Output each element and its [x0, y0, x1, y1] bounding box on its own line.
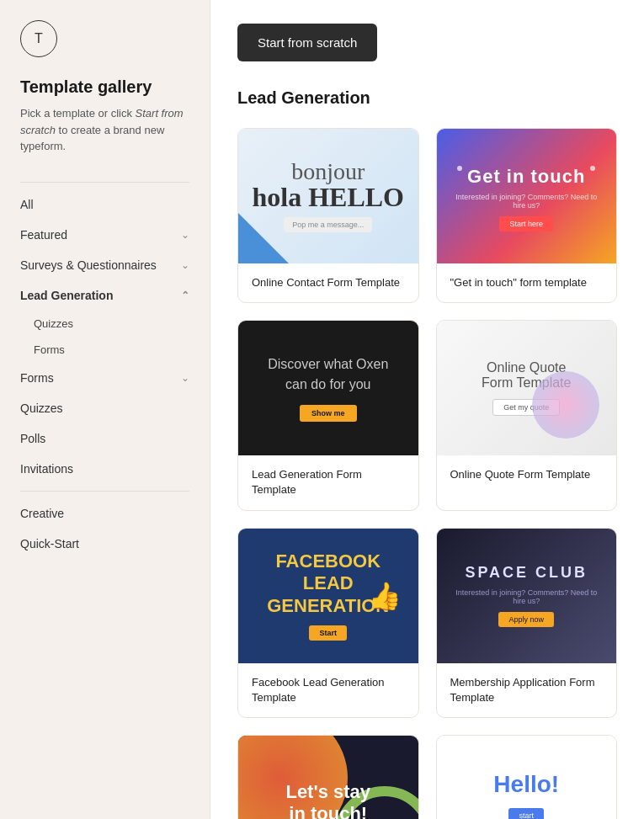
sidebar: T Template gallery Pick a template or cl… [0, 0, 210, 819]
main-content: Start from scratch Lead Generation bonjo… [210, 0, 644, 819]
sidebar-item-quizzes-sub[interactable]: Quizzes [0, 311, 210, 337]
start-from-scratch-button[interactable]: Start from scratch [237, 24, 377, 61]
chevron-down-icon: ⌄ [181, 259, 189, 271]
template-thumbnail-contact: bonjour hola HELLO Pop me a message... [238, 129, 418, 263]
sidebar-item-featured[interactable]: Featured ⌄ [0, 220, 210, 250]
template-card-membership[interactable]: Space Club Interested in joining? Commen… [436, 528, 618, 718]
template-thumbnail-stay-in-touch: Let's stayin touch! Start here [238, 736, 418, 819]
template-card-online-contact[interactable]: bonjour hola HELLO Pop me a message... O… [237, 128, 419, 303]
template-label-membership: Membership Application Form Template [437, 663, 617, 717]
sidebar-item-all[interactable]: All [0, 189, 210, 220]
template-thumbnail-facebook: FacebookLeadGeneration 👍 Start [238, 529, 418, 663]
sidebar-title: Template gallery [0, 77, 210, 97]
template-card-hello[interactable]: Hello! start Jane Foster Hello Form Temp… [436, 735, 618, 819]
template-card-lead-gen[interactable]: Discover what Oxencan do for you Show me… [237, 320, 419, 510]
template-grid: bonjour hola HELLO Pop me a message... O… [237, 128, 617, 819]
sidebar-item-invitations[interactable]: Invitations [0, 454, 210, 484]
sidebar-item-forms[interactable]: Forms ⌄ [0, 363, 210, 393]
template-thumbnail-membership: Space Club Interested in joining? Commen… [437, 529, 617, 663]
sidebar-item-quizzes[interactable]: Quizzes [0, 393, 210, 423]
chevron-down-icon: ⌄ [181, 229, 189, 241]
sidebar-item-surveys[interactable]: Surveys & Questionnaires ⌄ [0, 250, 210, 280]
template-card-stay-in-touch[interactable]: Let's stayin touch! Start here Stay in T… [237, 735, 419, 819]
nav-divider-2 [20, 491, 189, 492]
template-card-get-in-touch[interactable]: Get in touch Interested in joining? Comm… [436, 128, 618, 303]
sidebar-item-polls[interactable]: Polls [0, 423, 210, 454]
thumbs-up-icon: 👍 [368, 580, 402, 612]
avatar[interactable]: T [20, 20, 57, 57]
template-label-lead-gen: Lead Generation Form Template [238, 455, 418, 509]
chevron-down-icon: ⌄ [181, 372, 189, 384]
template-label-get-in-touch: "Get in touch" form template [437, 263, 617, 302]
template-thumbnail-get-in-touch: Get in touch Interested in joining? Comm… [437, 129, 617, 263]
sidebar-item-lead-generation[interactable]: Lead Generation ⌃ [0, 280, 210, 311]
sidebar-item-forms-sub[interactable]: Forms [0, 337, 210, 363]
sidebar-item-creative[interactable]: Creative [0, 498, 210, 529]
template-card-online-quote[interactable]: Online QuoteForm Template Get my quote O… [436, 320, 618, 510]
sidebar-description: Pick a template or click Start from scra… [0, 105, 210, 155]
chevron-up-icon: ⌃ [181, 290, 189, 301]
template-thumbnail-hello: Hello! start Jane Foster [437, 736, 617, 819]
template-label-online-quote: Online Quote Form Template [437, 455, 617, 494]
blob-decoration [532, 371, 599, 439]
template-label-facebook-lead: Facebook Lead Generation Template [238, 663, 418, 717]
template-label-online-contact: Online Contact Form Template [238, 263, 418, 302]
sidebar-item-quick-start[interactable]: Quick-Start [0, 529, 210, 559]
triangle-decoration [238, 213, 289, 263]
nav-divider [20, 182, 189, 183]
template-card-facebook-lead[interactable]: FacebookLeadGeneration 👍 Start Facebook … [237, 528, 419, 718]
section-title: Lead Generation [237, 88, 617, 108]
template-thumbnail-lead-gen: Discover what Oxencan do for you Show me [238, 321, 418, 455]
template-thumbnail-quote: Online QuoteForm Template Get my quote [437, 321, 617, 455]
